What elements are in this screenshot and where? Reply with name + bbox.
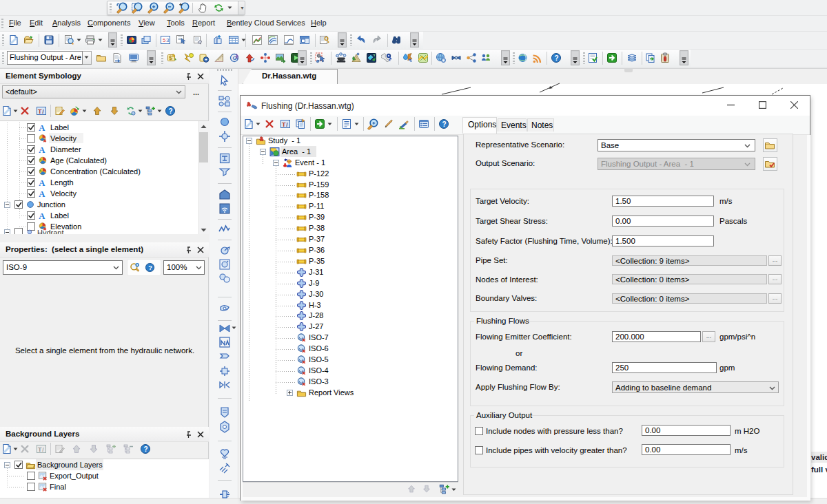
svg-text:?: ? xyxy=(169,107,173,115)
svg-text:A: A xyxy=(39,211,45,220)
svg-text:A: A xyxy=(39,123,45,132)
svg-text:?: ? xyxy=(148,264,152,271)
svg-text:?: ? xyxy=(555,54,559,62)
svg-text:A: A xyxy=(39,178,45,187)
svg-text:G: G xyxy=(233,55,237,61)
svg-text:A: A xyxy=(39,145,45,154)
svg-text:$: $ xyxy=(169,54,172,61)
svg-text:3: 3 xyxy=(166,37,170,43)
svg-text:?: ? xyxy=(442,120,447,128)
svg-text:?: ? xyxy=(144,445,148,453)
svg-text:A: A xyxy=(39,189,45,198)
